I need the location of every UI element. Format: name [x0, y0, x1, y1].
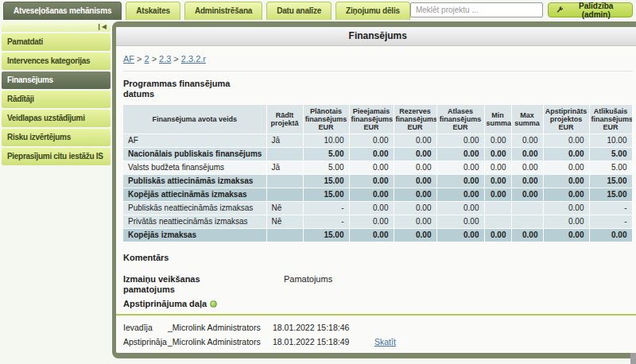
- value-cell: 0.00: [349, 202, 394, 215]
- column-header: Max summa: [511, 105, 543, 134]
- top-tab[interactable]: Atskaites: [126, 2, 180, 20]
- content-body: AF>2>2.3>2.3.2.r Programmas finansējuma …: [116, 46, 636, 358]
- value-cell: 0.00: [543, 202, 589, 215]
- resize-corner[interactable]: [630, 353, 636, 364]
- entered-at: 18.01.2022 15:18:46: [273, 320, 374, 335]
- value-cell: 5.00: [303, 148, 349, 161]
- main-layout: ❙◀ PamatdatiIntervences kategorijasFinan…: [0, 21, 636, 359]
- value-cell: -: [589, 202, 632, 215]
- value-cell: 0.00: [436, 148, 484, 161]
- sidebar-item[interactable]: Pieprasījumi citu iestāžu IS: [2, 148, 111, 165]
- breadcrumb-link[interactable]: AF: [123, 54, 134, 64]
- breadcrumb-separator: >: [152, 54, 157, 64]
- value-cell: 10.00: [303, 134, 349, 148]
- breadcrumb-separator: >: [173, 54, 178, 64]
- value-cell: 0.00: [511, 148, 543, 161]
- value-cell: 0.00: [511, 229, 543, 242]
- reason-label: Izmaiņu veikšanas pamatojums: [123, 274, 252, 295]
- show-in-project-cell: Jā: [266, 161, 303, 175]
- sidebar-item[interactable]: Rādītāji: [2, 91, 111, 108]
- entered-by: _Microlink Administrators: [168, 320, 273, 335]
- top-tabs: Atveseļošanas mehānismsAtskaitesAdminist…: [3, 2, 410, 20]
- table-row: Nacionālais publiskais finansējums5.000.…: [123, 148, 632, 161]
- value-cell: 0.00: [394, 148, 436, 161]
- show-in-project-cell: [266, 188, 303, 202]
- value-cell: 0.00: [349, 161, 394, 175]
- help-button-label: Palīdzība (admin): [567, 2, 625, 19]
- financing-table: Finansējuma avota veidsRādīt projektāPlā…: [123, 105, 633, 242]
- value-cell: 0.00: [349, 134, 394, 148]
- collapse-sidebar-icon[interactable]: ❙◀: [96, 24, 107, 30]
- value-cell: 15.00: [303, 188, 349, 202]
- show-in-project-cell: Jā: [266, 134, 303, 148]
- value-cell: 15.00: [303, 229, 349, 242]
- top-tab[interactable]: Datu analīze: [266, 2, 332, 20]
- value-cell: 0.00: [484, 175, 511, 188]
- value-cell: 0.00: [349, 215, 394, 229]
- value-cell: 0.00: [511, 134, 543, 148]
- column-header: Rādīt projektā: [266, 105, 303, 134]
- column-header: Atlases finansējums EUR: [436, 105, 484, 134]
- page-title: Finansējums: [116, 27, 636, 46]
- entered-label: Ievadīja: [123, 320, 168, 335]
- info-icon[interactable]: [210, 300, 217, 308]
- value-cell: 0.00: [436, 134, 484, 148]
- comment-label: Komentārs: [123, 253, 633, 262]
- approval-label-text: Apstiprinājuma daļa: [123, 299, 207, 308]
- approved-label: Apstiprināja: [123, 335, 168, 349]
- column-header: Min summa: [484, 105, 511, 134]
- breadcrumb-link[interactable]: 2.3.2.r: [181, 54, 206, 64]
- value-cell: 0.00: [436, 202, 484, 215]
- value-cell: 10.00: [589, 134, 632, 148]
- sidebar-item[interactable]: Finansējums: [2, 72, 111, 89]
- reason-row: Izmaiņu veikšanas pamatojums Pamatojums: [123, 274, 633, 295]
- approved-by: _Microlink Administrators: [168, 335, 273, 349]
- content-frame: Finansējums AF>2>2.3>2.3.2.r Programmas …: [112, 21, 636, 359]
- help-button[interactable]: Palīdzība (admin): [548, 2, 633, 17]
- value-cell: 0.00: [394, 215, 436, 229]
- top-navigation-bar: Atveseļošanas mehānismsAtskaitesAdminist…: [0, 0, 636, 21]
- sidebar-item[interactable]: Veidlapas uzstādījumi: [2, 110, 111, 127]
- table-row: Kopējās izmaksas15.000.000.000.000.000.0…: [123, 229, 632, 242]
- column-header: Finansējuma avota veids: [123, 105, 266, 134]
- value-cell: 5.00: [589, 148, 632, 161]
- approved-row: Apstiprināja _Microlink Administrators 1…: [123, 335, 633, 349]
- value-cell: 0.00: [543, 134, 589, 148]
- value-cell: 0.00: [511, 161, 543, 175]
- show-in-project-cell: [266, 148, 303, 161]
- table-row: Publiskās neattiecināmās izmaksasNē-0.00…: [123, 202, 632, 215]
- section-label: Programmas finansējuma datums: [123, 79, 262, 99]
- approved-at: 18.01.2022 15:18:49: [273, 335, 374, 349]
- top-tab[interactable]: Atveseļošanas mehānisms: [3, 2, 122, 20]
- sidebar-item[interactable]: Intervences kategorijas: [2, 52, 111, 70]
- row-name-cell: Valsts budžeta finansējums: [123, 161, 266, 175]
- value-cell: 5.00: [303, 161, 349, 175]
- view-link[interactable]: Skatīt: [374, 335, 633, 349]
- wrench-icon: [556, 6, 564, 14]
- value-cell: -: [303, 202, 349, 215]
- value-cell: [484, 202, 511, 215]
- table-row: AFJā10.000.000.000.000.000.000.0010.00: [123, 134, 632, 148]
- breadcrumb-link[interactable]: 2.3: [159, 54, 171, 64]
- sidebar-item[interactable]: Pamatdati: [2, 33, 111, 51]
- value-cell: 0.00: [543, 188, 589, 202]
- top-tab[interactable]: Ziņojumu dēlis: [335, 2, 410, 20]
- table-header-row: Finansējuma avota veidsRādīt projektāPlā…: [123, 105, 632, 134]
- row-name-cell: Publiskās neattiecināmās izmaksas: [123, 202, 266, 215]
- value-cell: 0.00: [484, 148, 511, 161]
- value-cell: 0.00: [484, 229, 511, 242]
- value-cell: 0.00: [436, 188, 484, 202]
- search-input[interactable]: [410, 2, 543, 17]
- entered-row: Ievadīja _Microlink Administrators 18.01…: [123, 320, 633, 335]
- approval-section-label: Apstiprinājuma daļa: [123, 299, 633, 308]
- table-body: AFJā10.000.000.000.000.000.000.0010.00Na…: [123, 134, 632, 242]
- value-cell: 0.00: [436, 215, 484, 229]
- top-tab[interactable]: Administrēšana: [184, 2, 262, 20]
- value-cell: 5.00: [589, 161, 632, 175]
- column-header: Atlikušais finansējums EUR: [589, 105, 632, 134]
- value-cell: 0.00: [543, 175, 589, 188]
- sidebar-item[interactable]: Risku izvērtējums: [2, 129, 111, 146]
- breadcrumb-link[interactable]: 2: [145, 54, 149, 64]
- value-cell: 0.00: [484, 134, 511, 148]
- value-cell: 0.00: [543, 229, 589, 242]
